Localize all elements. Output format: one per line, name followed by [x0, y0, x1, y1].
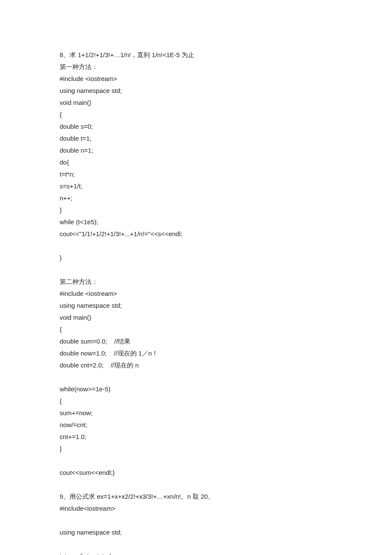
code-line: {	[60, 109, 332, 121]
code-line: do{	[60, 156, 332, 168]
code-line: 8、求 1+1/2!+1/3!+…1/n!，直到 1/n!<1E-5 为止	[60, 49, 332, 61]
code-line	[60, 479, 332, 491]
code-line: }	[60, 204, 332, 216]
code-line: double now=1.0; //现在的 1／n！	[60, 347, 332, 359]
code-line: double t=1;	[60, 133, 332, 145]
code-line: s=s+1/t;	[60, 180, 332, 192]
code-line: while(now>=1e-5)	[60, 383, 332, 395]
code-line: t=t*n;	[60, 168, 332, 180]
code-line	[60, 240, 332, 252]
code-line: double s=0;	[60, 121, 332, 133]
code-line: sum+=now;	[60, 407, 332, 419]
code-line: int pow(int x, int n);	[60, 550, 332, 555]
code-line: double sum=0.0; //结果	[60, 335, 332, 347]
code-line: #include<iostream>	[60, 503, 332, 515]
code-line: void main()	[60, 312, 332, 324]
document-page: 8、求 1+1/2!+1/3!+…1/n!，直到 1/n!<1E-5 为止第一种…	[0, 0, 392, 555]
code-line: using namespace std;	[60, 526, 332, 538]
code-line: using namespace std;	[60, 300, 332, 312]
code-line: now/=cnt;	[60, 419, 332, 431]
code-line	[60, 455, 332, 467]
code-line: cout<<"1/1!+1/2!+1/3!+...+1/n!="<<s<<end…	[60, 228, 332, 240]
code-line: cnt+=1.0;	[60, 431, 332, 443]
code-line: 第二种方法：	[60, 276, 332, 288]
code-line: double cnt=2.0; //现在的 n	[60, 359, 332, 371]
code-line: {	[60, 324, 332, 335]
code-line	[60, 371, 332, 383]
code-line: double n=1;	[60, 145, 332, 156]
code-line	[60, 264, 332, 276]
code-line: {	[60, 395, 332, 407]
code-line: cout<<sum<<endl;}	[60, 467, 332, 479]
code-line	[60, 538, 332, 550]
code-line: }	[60, 252, 332, 264]
code-line: n++;	[60, 192, 332, 204]
code-line: }	[60, 443, 332, 455]
code-line: #include <iostream>	[60, 73, 332, 85]
code-line: 9、用公式求 ex=1+x+x2/2!+x3/3!+…+xn/n!。n 取 20…	[60, 491, 332, 503]
code-line: #include <iostream>	[60, 288, 332, 300]
code-line: void main()	[60, 97, 332, 109]
code-line: using namespace std;	[60, 85, 332, 97]
code-line	[60, 515, 332, 526]
code-line: while (t<1e5);	[60, 216, 332, 228]
code-line: 第一种方法：	[60, 61, 332, 73]
